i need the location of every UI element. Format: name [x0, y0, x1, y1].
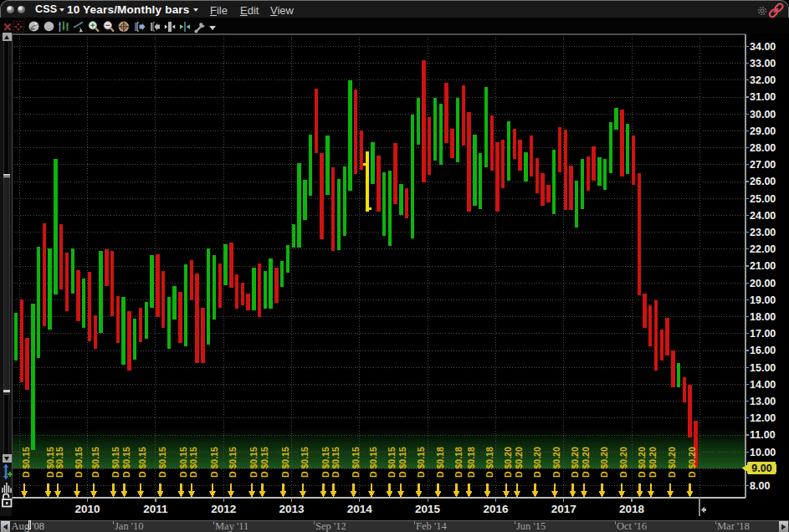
svg-text:2018: 2018: [619, 503, 645, 515]
svg-text:32.00: 32.00: [750, 74, 776, 86]
svg-text:15.00: 15.00: [750, 362, 776, 374]
svg-text:2016: 2016: [483, 503, 509, 515]
svg-text:16.00: 16.00: [750, 345, 776, 356]
svg-text:D $0.20: D $0.20: [648, 447, 658, 478]
svg-text:D $0.20: D $0.20: [687, 447, 697, 478]
svg-text:D $0.15: D $0.15: [300, 447, 310, 478]
svg-text:18.00: 18.00: [750, 311, 776, 323]
svg-text:D $0.20: D $0.20: [599, 447, 609, 478]
svg-text:D $0.15: D $0.15: [21, 447, 31, 478]
svg-text:D $0.20: D $0.20: [667, 447, 677, 478]
svg-text:D $0.20: D $0.20: [514, 447, 524, 478]
svg-text:2010: 2010: [75, 503, 100, 515]
svg-text:12.00: 12.00: [750, 412, 776, 424]
svg-text:D $0.18: D $0.18: [466, 447, 476, 478]
svg-text:23.00: 23.00: [750, 227, 776, 238]
svg-text:D $0.15: D $0.15: [320, 447, 330, 478]
svg-text:17.00: 17.00: [750, 328, 776, 340]
svg-text:D $0.15: D $0.15: [54, 447, 64, 478]
svg-text:D $0.20: D $0.20: [618, 447, 628, 478]
svg-text:10.00: 10.00: [750, 447, 776, 458]
svg-text:D $0.15: D $0.15: [397, 447, 407, 478]
svg-text:19.00: 19.00: [750, 294, 776, 306]
svg-text:21.00: 21.00: [750, 260, 776, 272]
svg-text:D $0.15: D $0.15: [330, 447, 341, 478]
svg-text:D $0.15: D $0.15: [121, 447, 131, 478]
svg-text:D $0.20: D $0.20: [551, 447, 561, 478]
svg-text:D $0.15: D $0.15: [228, 447, 238, 478]
svg-text:13.00: 13.00: [750, 396, 776, 407]
svg-text:D $0.15: D $0.15: [74, 447, 84, 478]
svg-text:D $0.15: D $0.15: [259, 447, 269, 478]
svg-text:26.00: 26.00: [750, 176, 776, 187]
svg-text:9.00: 9.00: [751, 463, 771, 474]
svg-text:11.00: 11.00: [750, 429, 776, 441]
svg-text:30.00: 30.00: [750, 109, 776, 120]
svg-text:28.00: 28.00: [750, 142, 776, 154]
svg-text:D $0.15: D $0.15: [90, 447, 100, 478]
svg-text:D $0.15: D $0.15: [387, 447, 397, 478]
svg-text:8.00: 8.00: [750, 480, 770, 492]
svg-text:29.00: 29.00: [750, 125, 776, 137]
svg-text:D $0.20: D $0.20: [503, 447, 513, 478]
svg-text:D $0.15: D $0.15: [188, 447, 198, 478]
svg-text:D $0.15: D $0.15: [351, 447, 361, 478]
svg-text:D $0.20: D $0.20: [532, 447, 542, 478]
svg-text:D $0.15: D $0.15: [280, 447, 290, 478]
svg-text:D $0.20: D $0.20: [581, 447, 591, 478]
svg-text:D $0.20: D $0.20: [570, 447, 580, 478]
svg-text:D $0.18: D $0.18: [484, 447, 494, 478]
svg-text:27.00: 27.00: [750, 159, 776, 171]
svg-text:D $0.15: D $0.15: [137, 447, 147, 478]
svg-text:2013: 2013: [279, 503, 305, 515]
svg-text:2012: 2012: [211, 503, 236, 515]
svg-text:2011: 2011: [143, 503, 168, 515]
svg-text:34.00: 34.00: [750, 41, 776, 53]
svg-text:25.00: 25.00: [750, 193, 776, 205]
svg-text:24.00: 24.00: [750, 210, 776, 222]
svg-text:D $0.15: D $0.15: [248, 447, 259, 478]
svg-text:D $0.18: D $0.18: [435, 447, 445, 478]
svg-text:31.00: 31.00: [750, 91, 776, 103]
svg-text:20.00: 20.00: [750, 278, 776, 289]
svg-text:D $0.18: D $0.18: [453, 447, 464, 478]
svg-text:D $0.15: D $0.15: [368, 447, 378, 478]
svg-text:2015: 2015: [415, 503, 441, 515]
svg-text:D $0.15: D $0.15: [416, 447, 426, 478]
svg-text:D $0.15: D $0.15: [110, 447, 120, 478]
svg-text:22.00: 22.00: [750, 243, 776, 255]
svg-text:14.00: 14.00: [750, 379, 776, 391]
svg-text:D $0.20: D $0.20: [637, 447, 647, 478]
svg-text:2017: 2017: [551, 503, 576, 515]
svg-text:2014: 2014: [347, 503, 373, 515]
svg-text:D $0.15: D $0.15: [209, 447, 219, 478]
svg-text:D $0.15: D $0.15: [178, 447, 188, 478]
svg-text:33.00: 33.00: [750, 58, 776, 69]
svg-text:D $0.15: D $0.15: [157, 447, 167, 478]
svg-text:D $0.15: D $0.15: [45, 447, 55, 478]
